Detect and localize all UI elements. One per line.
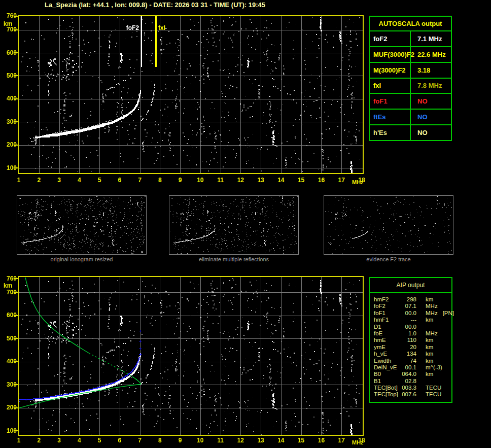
autoscala-row-hes: h'EsNO [370, 124, 451, 140]
aip-unit: m^(-3) [426, 364, 442, 371]
x-tick-label: 7 [133, 437, 147, 444]
aip-extra: [PN] [443, 310, 454, 317]
autoscala-row-fof2: foF27.1 MHz [370, 30, 451, 46]
aip-value: 007.6 [400, 391, 416, 398]
parameter-value: 3.18 [411, 63, 451, 78]
aip-row-fof1: foF100.0MHz[PN] [370, 310, 451, 317]
aip-unit: km [426, 358, 433, 364]
foF2-marker-label: foF2 [115, 25, 139, 31]
thumbnail-eliminate-canvas [169, 196, 298, 254]
aip-row-hmf1: hmF1---km [370, 317, 451, 323]
y-tick-label: 400 [0, 95, 17, 102]
parameter-value: NO [411, 94, 451, 109]
x-tick-label: 14 [274, 177, 288, 184]
thumbnail-evidence-f2 [324, 195, 453, 255]
aip-label: h_vE [374, 351, 400, 357]
aip-row-tectop: TEC[Top]007.6TECU [370, 391, 451, 398]
y-tick-label: 200 [0, 404, 17, 411]
thumbnail-original-ionogram [17, 195, 147, 255]
y-tick-label: 600 [0, 312, 17, 319]
aip-unit: km [426, 337, 433, 343]
aip-value: 02.8 [400, 378, 416, 385]
aip-label: TEC[Bot] [374, 385, 400, 391]
parameter-value: NO [411, 110, 451, 124]
x-tick-label: 7 [133, 177, 147, 184]
aip-value: 00.1 [400, 364, 416, 371]
aip-unit: km [426, 344, 433, 351]
y-tick-label: 300 [0, 119, 17, 125]
parameter-value: 7.1 MHz [411, 31, 451, 46]
aip-label: ymE [374, 344, 400, 351]
x-tick-label: 6 [113, 437, 126, 444]
aip-unit: km [426, 317, 433, 323]
x-tick-label: 11 [214, 437, 227, 444]
x-tick-label: 16 [314, 437, 328, 444]
autoscala-row-ftes: ftEsNO [370, 109, 451, 124]
parameter-value: NO [411, 125, 451, 140]
aip-label: hmF2 [374, 296, 400, 303]
aip-unit: MHz [426, 310, 438, 317]
x-tick-label: 14 [274, 437, 288, 444]
aip-label: B1 [374, 378, 400, 385]
x-tick-label: 8 [153, 437, 166, 444]
y-tick-label: 700 [0, 26, 17, 33]
x-tick-label: 3 [53, 177, 66, 184]
x-tick-label: 17 [335, 177, 348, 184]
x-tick-label: 10 [194, 177, 207, 184]
thumbnail-caption-eliminate: eliminate multiple reflections [169, 256, 299, 263]
aip-value: 07.1 [400, 303, 416, 309]
aip-value: --- [400, 317, 416, 323]
x-tick-label: 1 [12, 437, 25, 444]
autoscala-table-header: AUTOSCALA output [370, 17, 451, 30]
aip-value: 064.0 [400, 371, 416, 377]
aip-label: foF2 [374, 303, 400, 309]
y-tick-label: 760 [0, 275, 17, 282]
aip-row-hmf2: hmF2298km [370, 296, 451, 303]
x-tick-label: 9 [173, 177, 187, 184]
aip-value: 00.0 [400, 324, 416, 330]
y-tick-label: 500 [0, 335, 17, 342]
y-axis-unit-label: km [4, 21, 12, 27]
aip-value: 110 [400, 337, 416, 343]
aip-unit: TECU [426, 391, 441, 398]
parameter-label: foF1 [370, 94, 411, 109]
aip-label: hmE [374, 337, 400, 343]
x-tick-label: 6 [113, 177, 126, 184]
aip-label: D1 [374, 324, 400, 330]
x-tick-label: 3 [53, 437, 66, 444]
x-tick-label: 10 [194, 437, 207, 444]
aip-unit: MHz [426, 303, 438, 309]
aip-row-b0: B0064.0km [370, 371, 451, 377]
parameter-value: 22.6 MHz [411, 47, 451, 62]
parameter-value: 7.8 MHz [411, 79, 451, 93]
autoscala-row-muf3000f2: MUF(3000)F222.6 MHz [370, 46, 451, 62]
x-tick-label: 1 [12, 177, 25, 184]
y-axis-unit-label: km [4, 283, 12, 289]
x-tick-label: 15 [295, 437, 308, 444]
thumbnail-caption-evidence: evidence F2 trace [324, 256, 453, 263]
aip-label: Ewidth [374, 358, 400, 364]
aip-row-foe: foE1.0MHz [370, 330, 451, 337]
aip-unit: km [426, 371, 433, 377]
x-tick-label: 8 [153, 177, 166, 184]
aip-row-tecbot: TEC[Bot]003.3TECU [370, 385, 451, 391]
aip-table-header: AIP output [370, 278, 451, 293]
aip-row-b1: B102.8 [370, 378, 451, 385]
autoscala-screen: La_Spezia (lat: +44.1 , lon: 009.8) - DA… [0, 0, 491, 448]
y-tick-label: 760 [0, 13, 17, 19]
thumbnail-caption-original: original ionogram resized [17, 256, 147, 263]
y-tick-label: 500 [0, 73, 17, 79]
top-ionogram-canvas [13, 12, 366, 176]
autoscala-table-rows: foF27.1 MHzMUF(3000)F222.6 MHzM(3000)F23… [370, 30, 451, 140]
x-tick-label: 17 [335, 437, 348, 444]
x-tick-label: 16 [314, 177, 328, 184]
parameter-label: fxI [370, 79, 411, 93]
parameter-label: h'Es [370, 125, 411, 140]
aip-value: 298 [400, 296, 416, 303]
aip-label: TEC[Top] [374, 391, 400, 398]
aip-value: 74 [400, 358, 416, 364]
aip-row-fof2: foF207.1MHz [370, 303, 451, 309]
autoscala-row-fxi: fxI7.8 MHz [370, 78, 451, 93]
y-tick-label: 100 [0, 165, 17, 171]
x-tick-label: 13 [254, 177, 267, 184]
